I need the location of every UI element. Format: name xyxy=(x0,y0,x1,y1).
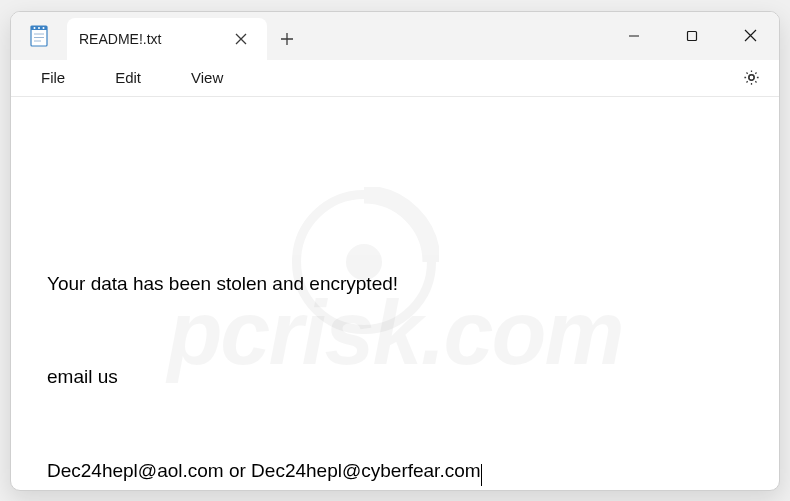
svg-point-10 xyxy=(748,75,753,80)
titlebar: README!.txt xyxy=(11,12,779,60)
text-cursor xyxy=(481,464,482,486)
plus-icon xyxy=(280,32,294,46)
menu-edit[interactable]: Edit xyxy=(93,63,163,92)
menu-view[interactable]: View xyxy=(169,63,245,92)
file-tab[interactable]: README!.txt xyxy=(67,18,267,60)
text-editor-area[interactable]: pcrisk.com Your data has been stolen and… xyxy=(11,97,779,491)
settings-button[interactable] xyxy=(731,60,771,96)
svg-point-2 xyxy=(34,27,36,29)
svg-point-4 xyxy=(43,27,45,29)
new-tab-button[interactable] xyxy=(267,18,307,60)
notepad-window: README!.txt xyxy=(10,11,780,491)
svg-rect-9 xyxy=(688,31,697,40)
tab-title: README!.txt xyxy=(79,31,161,47)
minimize-icon xyxy=(628,30,640,42)
app-icon xyxy=(11,12,67,60)
menu-file[interactable]: File xyxy=(19,63,87,92)
tab-close-button[interactable] xyxy=(227,25,255,53)
watermark-icon xyxy=(289,187,439,337)
text-line-1: Your data has been stolen and encrypted! xyxy=(47,273,398,294)
notepad-icon xyxy=(28,25,50,47)
maximize-icon xyxy=(686,30,698,42)
svg-point-3 xyxy=(38,27,40,29)
close-icon xyxy=(235,33,247,45)
close-window-button[interactable] xyxy=(721,12,779,60)
close-icon xyxy=(744,29,757,42)
watermark-text: pcrisk.com xyxy=(167,225,622,441)
maximize-button[interactable] xyxy=(663,12,721,60)
text-line-3: Dec24hepl@aol.com or Dec24hepl@cyberfear… xyxy=(47,460,481,481)
gear-icon xyxy=(742,68,761,87)
window-controls xyxy=(605,12,779,60)
menubar: File Edit View xyxy=(11,60,779,97)
text-line-2: email us xyxy=(47,366,118,387)
minimize-button[interactable] xyxy=(605,12,663,60)
svg-point-11 xyxy=(297,194,432,329)
